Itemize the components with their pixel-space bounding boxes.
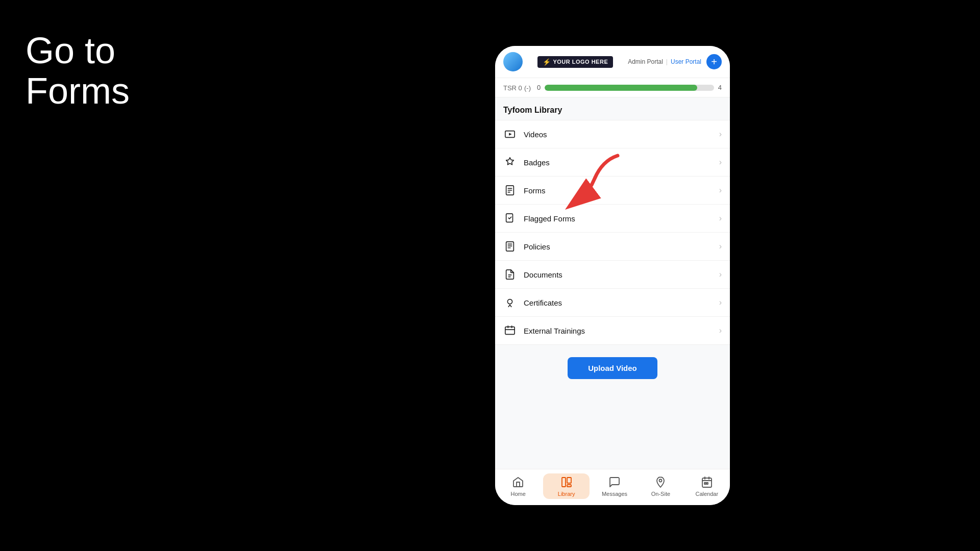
nav-item-calendar[interactable]: Calendar xyxy=(684,473,730,499)
right-panel: ⚡ YOUR LOGO HERE Admin Portal | User Por… xyxy=(245,0,980,551)
bolt-icon: ⚡ xyxy=(543,58,551,66)
menu-item-forms[interactable]: Forms › xyxy=(495,177,730,205)
phone-mockup: ⚡ YOUR LOGO HERE Admin Portal | User Por… xyxy=(495,46,730,505)
app-header: ⚡ YOUR LOGO HERE Admin Portal | User Por… xyxy=(495,46,730,78)
nav-messages-label: Messages xyxy=(602,491,627,497)
certificates-label: Certificates xyxy=(524,298,712,307)
menu-item-policies[interactable]: Policies › xyxy=(495,233,730,261)
external-trainings-chevron: › xyxy=(719,326,722,335)
svg-rect-24 xyxy=(706,483,708,484)
left-panel: Go to Forms xyxy=(0,0,245,551)
progress-end: 4 xyxy=(718,84,722,91)
library-icon xyxy=(560,475,573,489)
external-trainings-icon xyxy=(503,324,517,337)
headline: Go to Forms xyxy=(26,31,219,111)
flagged-forms-icon xyxy=(503,212,517,225)
svg-rect-7 xyxy=(506,242,514,251)
logo-area: ⚡ YOUR LOGO HERE xyxy=(528,56,623,68)
external-trainings-label: External Trainings xyxy=(524,327,712,335)
progress-container: 0 4 xyxy=(537,84,722,91)
menu-item-certificates[interactable]: Certificates › xyxy=(495,289,730,317)
nav-calendar-label: Calendar xyxy=(696,491,719,497)
logo-badge: ⚡ YOUR LOGO HERE xyxy=(537,56,613,68)
certificates-icon xyxy=(503,296,517,309)
nav-item-home[interactable]: Home xyxy=(495,473,541,499)
documents-chevron: › xyxy=(719,270,722,279)
certificates-chevron: › xyxy=(719,298,722,307)
forms-icon xyxy=(503,184,517,197)
videos-icon xyxy=(503,128,517,141)
menu-item-external-trainings[interactable]: External Trainings › xyxy=(495,317,730,344)
svg-rect-17 xyxy=(567,485,571,487)
progress-start: 0 xyxy=(537,84,541,91)
svg-point-13 xyxy=(507,299,512,304)
nav-on-site-label: On-Site xyxy=(651,491,670,497)
portal-links: Admin Portal | User Portal xyxy=(628,58,701,65)
badges-icon xyxy=(503,156,517,169)
section-title: Tyfoom Library xyxy=(495,106,730,120)
flagged-forms-label: Flagged Forms xyxy=(524,214,712,223)
nav-library-label: Library xyxy=(558,491,575,497)
menu-item-documents[interactable]: Documents › xyxy=(495,261,730,289)
documents-icon xyxy=(503,268,517,281)
portal-divider: | xyxy=(666,58,668,65)
svg-rect-16 xyxy=(567,478,571,483)
svg-marker-1 xyxy=(509,133,512,136)
badges-label: Badges xyxy=(524,158,712,167)
forms-label: Forms xyxy=(524,186,712,195)
tsr-label: TSR 0 (-) xyxy=(503,83,531,92)
nav-home-label: Home xyxy=(511,491,526,497)
progress-bar-bg xyxy=(545,85,714,91)
messages-icon xyxy=(608,475,621,489)
menu-list: Videos › Badges › Forms xyxy=(495,120,730,345)
svg-rect-23 xyxy=(704,483,706,484)
svg-rect-6 xyxy=(506,214,513,222)
flagged-forms-chevron: › xyxy=(719,214,722,223)
user-portal-link[interactable]: User Portal xyxy=(671,58,701,65)
videos-chevron: › xyxy=(719,130,722,139)
policies-icon xyxy=(503,240,517,253)
policies-label: Policies xyxy=(524,242,712,251)
documents-label: Documents xyxy=(524,270,712,279)
svg-rect-15 xyxy=(562,478,566,487)
bottom-nav: Home Library Messages On-Site xyxy=(495,469,730,505)
content-area: Tyfoom Library Videos › Badges › xyxy=(495,97,730,469)
upload-section: Upload Video xyxy=(495,345,730,391)
tsr-bar: TSR 0 (-) 0 4 xyxy=(495,78,730,97)
svg-point-18 xyxy=(659,480,662,482)
nav-item-messages[interactable]: Messages xyxy=(592,473,638,499)
badges-chevron: › xyxy=(719,158,722,167)
logo-text: YOUR LOGO HERE xyxy=(553,59,608,65)
add-button[interactable]: + xyxy=(706,54,722,69)
nav-item-on-site[interactable]: On-Site xyxy=(638,473,683,499)
menu-item-videos[interactable]: Videos › xyxy=(495,120,730,148)
home-icon xyxy=(511,475,525,489)
progress-bar-fill xyxy=(545,85,697,91)
menu-item-flagged-forms[interactable]: Flagged Forms › xyxy=(495,205,730,233)
avatar xyxy=(503,52,523,71)
nav-item-library[interactable]: Library xyxy=(543,473,589,499)
policies-chevron: › xyxy=(719,242,722,251)
forms-chevron: › xyxy=(719,186,722,195)
upload-video-button[interactable]: Upload Video xyxy=(568,357,657,379)
calendar-icon xyxy=(700,475,714,489)
videos-label: Videos xyxy=(524,130,712,139)
menu-item-badges[interactable]: Badges › xyxy=(495,148,730,177)
admin-portal-link[interactable]: Admin Portal xyxy=(628,58,663,65)
on-site-icon xyxy=(654,475,667,489)
